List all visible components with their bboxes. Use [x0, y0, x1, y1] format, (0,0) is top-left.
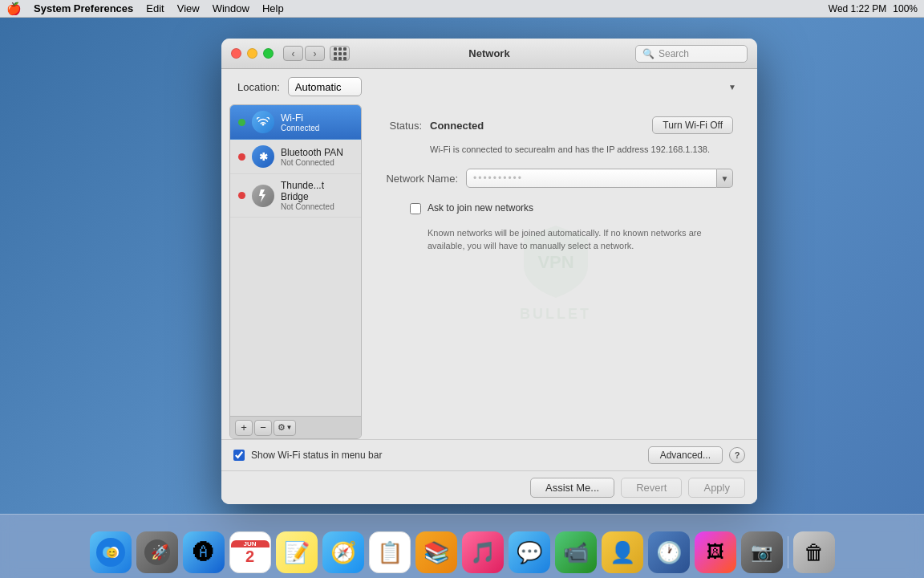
dock-item-reminders[interactable]: 📋	[369, 531, 411, 573]
menubar-window[interactable]: Window	[207, 2, 255, 15]
dock-item-calendar[interactable]: JUN 2	[229, 531, 271, 573]
ask-join-desc: Known networks will be joined automatica…	[428, 227, 733, 252]
window-title: Network	[468, 47, 509, 59]
dock-item-facetime[interactable]: 📹	[555, 531, 597, 573]
dock-item-contacts[interactable]: 👤	[602, 531, 643, 573]
tb-status: Not Connected	[281, 202, 353, 211]
sidebar-item-thunderbolt[interactable]: Thunde...t Bridge Not Connected	[230, 174, 361, 218]
ask-join-checkbox[interactable]	[410, 203, 421, 214]
bluetooth-icon: ✱	[252, 145, 274, 168]
revert-button[interactable]: Revert	[621, 478, 682, 498]
tb-name: Thunde...t Bridge	[281, 180, 353, 202]
dock: 😊 🚀 🅐 JUN 2 📝 🧭 📋 📚 🎵 💬 📹 👤	[0, 514, 924, 578]
network-name-input[interactable]	[466, 169, 717, 188]
search-box[interactable]: 🔍 Search	[635, 45, 748, 63]
svg-text:🚀: 🚀	[151, 543, 169, 561]
ask-join-row: Ask to join new networks	[410, 202, 733, 214]
minimize-button[interactable]	[247, 48, 257, 59]
location-select[interactable]: Automatic	[288, 77, 362, 96]
tb-item-text: Thunde...t Bridge Not Connected	[281, 180, 353, 211]
remove-network-button[interactable]: −	[254, 420, 272, 436]
dock-item-notes[interactable]: 📝	[276, 531, 318, 573]
dock-item-messages[interactable]: 💬	[509, 531, 550, 573]
advanced-button[interactable]: Advanced...	[648, 446, 723, 464]
tb-status-dot	[238, 192, 245, 199]
select-arrow-icon: ▼	[728, 83, 736, 92]
dock-item-photos[interactable]: 🖼	[695, 531, 736, 573]
svg-text:VPN: VPN	[537, 252, 573, 272]
dock-item-timemachine[interactable]: 🕐	[648, 531, 690, 573]
status-description: Wi-Fi is connected to securealm and has …	[430, 144, 733, 156]
back-button[interactable]: ‹	[283, 46, 303, 61]
footer-actions: Assist Me... Revert Apply	[221, 470, 757, 504]
assist-me-button[interactable]: Assist Me...	[530, 478, 614, 498]
forward-button[interactable]: ›	[305, 46, 325, 61]
dock-item-music[interactable]: 🎵	[462, 531, 504, 573]
nav-buttons: ‹ ›	[283, 46, 325, 61]
network-window: ‹ › Network 🔍 Search Location: Automatic…	[221, 39, 757, 504]
menubar-help[interactable]: Help	[257, 2, 290, 15]
dock-item-photobooth[interactable]: 📷	[741, 531, 783, 573]
titlebar: ‹ › Network 🔍 Search	[221, 39, 757, 69]
show-wifi-label: Show Wi-Fi status in menu bar	[251, 450, 382, 461]
location-select-wrapper: Automatic ▼	[288, 77, 741, 96]
menubar-clock: Wed 1:22 PM	[829, 3, 886, 14]
network-select-wrapper: ▼	[466, 169, 733, 188]
bottom-bar: Show Wi-Fi status in menu bar Advanced..…	[221, 439, 757, 470]
wifi-status: Connected	[281, 124, 319, 132]
dock-item-books[interactable]: 📚	[415, 531, 457, 573]
network-dropdown-button[interactable]: ▼	[717, 169, 733, 188]
show-wifi-checkbox[interactable]	[233, 450, 245, 461]
detail-panel: VPN BULLET Status: Connected Turn Wi-Fi …	[362, 104, 749, 439]
menubar-system-preferences[interactable]: System Preferences	[28, 2, 139, 15]
menubar-view[interactable]: View	[172, 2, 205, 15]
search-icon: 🔍	[642, 48, 654, 59]
search-placeholder: Search	[659, 48, 689, 59]
bt-status-dot	[238, 153, 245, 161]
dock-item-launchpad[interactable]: 🚀	[136, 531, 178, 573]
close-button[interactable]	[231, 48, 241, 59]
network-gear-button[interactable]: ⚙ ▼	[274, 420, 296, 436]
wifi-item-text: Wi-Fi Connected	[281, 112, 319, 132]
bt-name: Bluetooth PAN	[281, 147, 343, 158]
dock-item-appstore[interactable]: 🅐	[183, 531, 225, 573]
maximize-button[interactable]	[263, 48, 274, 59]
gear-icon: ⚙	[278, 422, 286, 433]
dock-item-finder[interactable]: 😊	[90, 531, 132, 573]
menubar: 🍎 System Preferences Edit View Window He…	[0, 0, 924, 18]
grid-view-button[interactable]	[330, 46, 350, 61]
sidebar-list: Wi-Fi Connected ✱ Bluetooth PAN Not Conn…	[230, 105, 361, 416]
apple-menu-icon[interactable]: 🍎	[6, 2, 22, 16]
menubar-right: Wed 1:22 PM 100%	[829, 3, 918, 14]
gear-dropdown-icon: ▼	[286, 424, 293, 431]
bt-item-text: Bluetooth PAN Not Connected	[281, 147, 343, 167]
help-button[interactable]: ?	[729, 447, 745, 463]
traffic-lights	[231, 48, 274, 59]
menubar-battery: 100%	[893, 3, 918, 14]
menubar-edit[interactable]: Edit	[140, 2, 169, 15]
thunderbolt-icon	[252, 185, 274, 207]
dock-item-safari[interactable]: 🧭	[322, 531, 364, 573]
wifi-icon	[252, 111, 274, 133]
wifi-name: Wi-Fi	[281, 112, 319, 124]
status-row: Status: Connected Turn Wi-Fi Off	[378, 116, 733, 134]
network-name-label: Network Name:	[378, 173, 458, 185]
svg-text:😊: 😊	[106, 547, 118, 559]
status-label: Status:	[378, 120, 422, 132]
main-area: Wi-Fi Connected ✱ Bluetooth PAN Not Conn…	[221, 104, 757, 439]
turn-wifi-button[interactable]: Turn Wi-Fi Off	[652, 116, 733, 134]
sidebar-item-wifi[interactable]: Wi-Fi Connected	[230, 105, 361, 140]
location-bar: Location: Automatic ▼	[221, 69, 757, 104]
location-label: Location:	[237, 81, 280, 93]
status-value: Connected	[430, 120, 484, 132]
sidebar-item-bluetooth[interactable]: ✱ Bluetooth PAN Not Connected	[230, 140, 361, 174]
wifi-status-dot	[238, 119, 245, 126]
bt-status: Not Connected	[281, 158, 343, 167]
window-content: Location: Automatic ▼	[221, 69, 757, 504]
network-name-row: Network Name: ▼	[378, 169, 733, 188]
dock-item-trash[interactable]: 🗑	[793, 531, 835, 573]
sidebar: Wi-Fi Connected ✱ Bluetooth PAN Not Conn…	[229, 104, 362, 439]
add-network-button[interactable]: +	[235, 420, 253, 436]
sidebar-toolbar: + − ⚙ ▼	[230, 416, 361, 438]
apply-button[interactable]: Apply	[688, 478, 745, 498]
